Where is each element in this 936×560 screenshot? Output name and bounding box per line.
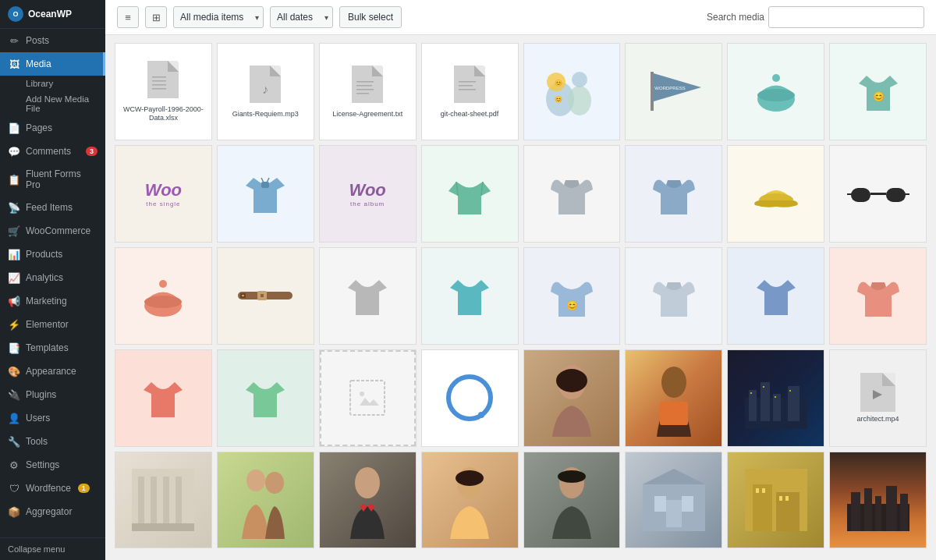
sidebar-item-appearance[interactable]: 🎨 Appearance — [0, 360, 105, 383]
sidebar-item-wordfence[interactable]: 🛡 Wordfence 1 — [0, 477, 105, 500]
sidebar-item-label: Appearance — [26, 366, 76, 377]
media-item-sunglasses[interactable] — [829, 145, 927, 243]
svg-point-73 — [558, 470, 586, 483]
media-item-tshirt-teal2[interactable] — [421, 247, 519, 345]
pages-icon: 📄 — [8, 122, 20, 134]
sidebar-item-users[interactable]: 👤 Users — [0, 406, 105, 430]
sidebar-item-templates[interactable]: 📑 Templates — [0, 336, 105, 360]
media-item-tshirt-teal[interactable]: 😊 — [829, 43, 927, 140]
media-item-missing[interactable] — [319, 349, 417, 447]
media-item-man-bowtie[interactable] — [319, 452, 417, 549]
media-item-woo-single[interactable]: Woo the single — [115, 145, 212, 243]
svg-point-71 — [456, 470, 484, 486]
media-item-man-laugh[interactable] — [523, 452, 621, 549]
media-item-license[interactable]: License-Agreement.txt — [319, 43, 417, 140]
sidebar-item-plugins[interactable]: 🔌 Plugins — [0, 383, 105, 406]
hoodie-gray-img — [524, 146, 620, 242]
media-item-beanie-pink[interactable] — [115, 247, 212, 345]
tshirt-teal-img: 😊 — [830, 44, 926, 140]
media-item-hoodie-blue[interactable] — [625, 145, 722, 243]
svg-rect-64 — [163, 477, 169, 527]
media-item-git-cheat-sheet[interactable]: git-cheat-sheet.pdf — [421, 43, 519, 140]
media-item-man-colorful[interactable] — [625, 349, 722, 447]
file-name-license: License-Agreement.txt — [332, 110, 402, 119]
media-item-beanie-teal[interactable] — [727, 43, 824, 140]
sidebar-item-fluent-forms[interactable]: 📋 Fluent Forms Pro — [0, 163, 105, 196]
search-input[interactable] — [768, 6, 924, 28]
media-item-polo-blue[interactable] — [217, 145, 314, 243]
video-file-wrapper: architect.mp4 — [830, 350, 926, 446]
media-item-circle-logo[interactable] — [421, 349, 519, 447]
media-item-hoodie-light[interactable] — [625, 247, 722, 345]
sidebar-item-posts[interactable]: ✏ Posts — [0, 29, 105, 52]
tshirt-gray-img — [320, 248, 416, 344]
sidebar-item-woocommerce[interactable]: 🛒 WooCommerce — [0, 219, 105, 243]
sidebar-sub-library[interactable]: Library — [0, 76, 105, 91]
media-item-giants-requiem[interactable]: ♪ Giants-Requiem.mp3 — [217, 43, 314, 140]
file-name-wcw: WCW-Payroll-1996-2000-Data.xlsx — [122, 105, 205, 122]
date-filter[interactable]: All dates — [270, 6, 333, 28]
hoodie-light-img — [626, 248, 722, 344]
media-item-woman1[interactable] — [523, 349, 621, 447]
file-icon-wrapper: WCW-Payroll-1996-2000-Data.xlsx — [115, 44, 211, 140]
sidebar-item-label: Settings — [26, 459, 59, 470]
svg-rect-58 — [789, 390, 791, 392]
sidebar-item-tools[interactable]: 🔧 Tools — [0, 430, 105, 453]
sidebar-item-feed-items[interactable]: 📡 Feed Items — [0, 196, 105, 219]
templates-icon: 📑 — [8, 342, 20, 354]
svg-rect-65 — [176, 477, 182, 527]
media-item-cap-yellow[interactable] — [727, 145, 824, 243]
svg-rect-87 — [851, 492, 860, 531]
media-item-hoodie-emoji[interactable]: 😊 — [523, 247, 621, 345]
sidebar-item-settings[interactable]: ⚙ Settings — [0, 453, 105, 477]
sidebar-sub-add-new[interactable]: Add New Media File — [0, 91, 105, 116]
media-item-tshirt-blue2[interactable] — [727, 247, 824, 345]
man-colorful-photo — [626, 350, 722, 446]
media-item-hoodie-gray[interactable] — [523, 145, 621, 243]
media-item-dusk-city[interactable] — [829, 452, 927, 549]
sidebar-item-elementor[interactable]: ⚡ Elementor — [0, 313, 105, 336]
media-item-city-night[interactable] — [727, 349, 824, 447]
sidebar-item-analytics[interactable]: 📈 Analytics — [0, 266, 105, 289]
svg-point-25 — [757, 89, 795, 101]
media-grid: WCW-Payroll-1996-2000-Data.xlsx ♪ Giants… — [105, 35, 936, 560]
media-item-pillars[interactable] — [115, 452, 212, 549]
file-name-giants: Giants-Requiem.mp3 — [232, 110, 299, 119]
media-item-video-architect[interactable]: architect.mp4 — [829, 349, 927, 447]
media-item-sweater-teal[interactable] — [421, 145, 519, 243]
sidebar-item-comments[interactable]: 💬 Comments 3 — [0, 140, 105, 163]
media-item-woman-smile[interactable] — [421, 452, 519, 549]
svg-point-67 — [246, 470, 265, 491]
svg-rect-88 — [864, 488, 872, 531]
svg-rect-31 — [886, 188, 906, 202]
media-item-hoodie-peach[interactable] — [829, 247, 927, 345]
grid-view-button[interactable]: ⊞ — [145, 6, 167, 28]
sidebar-item-aggregator[interactable]: 📦 Aggregator — [0, 500, 105, 523]
media-item-tshirt-mint[interactable] — [217, 349, 314, 447]
media-item-tshirt-pink[interactable] — [115, 349, 212, 447]
list-view-button[interactable]: ≡ — [117, 6, 139, 28]
sidebar-item-label: Comments — [26, 146, 71, 157]
media-item-wcw-payroll[interactable]: WCW-Payroll-1996-2000-Data.xlsx — [115, 43, 212, 140]
media-type-filter[interactable]: All media items — [173, 6, 264, 28]
media-item-couple[interactable] — [217, 452, 314, 549]
svg-rect-44 — [350, 381, 385, 415]
man-bowtie-photo — [320, 452, 416, 548]
site-name[interactable]: O OceanWP — [0, 0, 105, 29]
media-item-tshirt-gray[interactable] — [319, 247, 417, 345]
media-item-pennant[interactable]: WORDPRESS — [625, 43, 722, 140]
svg-point-26 — [772, 74, 780, 82]
sidebar-item-pages[interactable]: 📄 Pages — [0, 116, 105, 140]
collapse-menu-button[interactable]: Collapse menu — [0, 537, 105, 560]
media-item-architecture[interactable] — [625, 452, 722, 549]
bulk-select-button[interactable]: Bulk select — [339, 6, 402, 28]
sidebar-item-media[interactable]: 🖼 Media — [0, 52, 105, 76]
media-item-woo-album[interactable]: Woo the album — [319, 145, 417, 243]
sidebar-item-marketing[interactable]: 📢 Marketing — [0, 289, 105, 313]
sidebar-item-label: Aggregator — [26, 506, 72, 517]
sidebar-item-products[interactable]: 📊 Products — [0, 243, 105, 266]
media-item-tshirt-group[interactable]: 😊 😊 — [523, 43, 621, 140]
svg-text:😊: 😊 — [555, 95, 562, 103]
media-item-belt-brown[interactable] — [217, 247, 314, 345]
media-item-building[interactable] — [727, 452, 824, 549]
